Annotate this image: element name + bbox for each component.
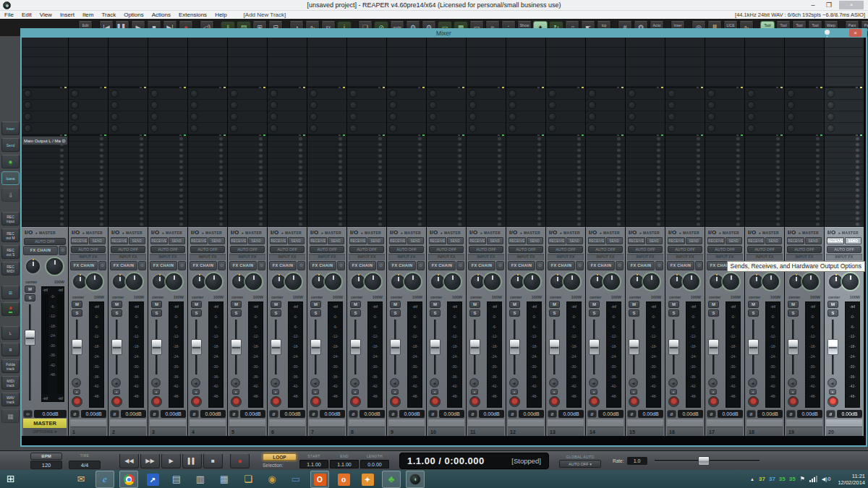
volume-readout[interactable]: 0.00dB	[598, 410, 624, 418]
add-fx-button[interactable]: +	[391, 389, 399, 395]
width-knob[interactable]	[365, 273, 381, 290]
param-knob-row[interactable]	[22, 88, 68, 100]
fx-bypass-button[interactable]: ⊙	[138, 261, 146, 270]
mute-button[interactable]: M	[708, 301, 719, 308]
orange-o-small-icon[interactable]: o	[335, 471, 352, 487]
fx-chain-button[interactable]: FX CHAIN	[229, 261, 257, 270]
level-meter[interactable]: -inf-0--6--12--18--24--30--36--42--48-	[328, 301, 343, 408]
record-arm-button[interactable]	[748, 396, 759, 407]
track-name-field[interactable]	[667, 419, 703, 427]
param-knob-row[interactable]	[307, 88, 346, 100]
fx-chain-button[interactable]: FX CHAIN	[70, 261, 98, 270]
send-slot-list[interactable]: Main Output L / Main	[22, 136, 68, 227]
fx-slot-list[interactable]	[188, 38, 227, 87]
track-name-field[interactable]	[388, 419, 425, 427]
track-number[interactable]: 16	[667, 427, 703, 436]
width-knob[interactable]	[563, 273, 580, 290]
io-button[interactable]: I/O▸MASTER	[150, 228, 186, 237]
send-slot-list[interactable]	[467, 136, 506, 227]
volume-readout[interactable]: 0.00dB	[479, 410, 504, 418]
param-knob-row[interactable]	[387, 111, 426, 123]
volume-fader[interactable]	[350, 339, 361, 355]
phase-button[interactable]: ø	[667, 410, 676, 418]
mute-button[interactable]: M	[509, 301, 520, 308]
phase-button[interactable]: ø	[110, 410, 119, 418]
io-button[interactable]: I/O▸MASTER	[309, 228, 345, 237]
fx-chain-button[interactable]: FX CHAIN	[110, 261, 137, 270]
position-display[interactable]: 1.1.00 / 0:00.000 [Stopped]	[399, 453, 549, 469]
param-knob-row[interactable]	[188, 123, 227, 134]
phase-button[interactable]: ø	[627, 410, 637, 418]
io-button[interactable]: I/O▸MASTER	[229, 228, 265, 237]
speaker-app-icon[interactable]: ◉	[263, 471, 281, 487]
record-arm-button[interactable]	[549, 396, 560, 407]
fx-slot-list[interactable]	[22, 38, 68, 87]
input-fx-button[interactable]: INPUT FX	[349, 254, 385, 260]
fx-chain-button[interactable]: FX CHAIN	[388, 261, 416, 270]
level-meter[interactable]: -inf-0--6--12--18--24--30--36--42--48-	[288, 301, 303, 408]
mute-button[interactable]: M	[111, 301, 122, 308]
send-slot-list[interactable]	[665, 136, 705, 227]
monitor-button[interactable]: ◀	[191, 378, 200, 388]
param-knob-row[interactable]	[785, 123, 824, 134]
send-button[interactable]: SEND	[726, 237, 742, 244]
width-knob[interactable]	[126, 273, 142, 290]
input-fx-button[interactable]: INPUT FX	[826, 254, 862, 260]
tray-expand-icon[interactable]: ▲	[750, 477, 754, 481]
pan-knob[interactable]	[829, 275, 843, 288]
pan-knob[interactable]	[511, 275, 524, 288]
fx-chain-button[interactable]: FX CHAIN	[667, 261, 694, 270]
io-button[interactable]: I/O▸MASTER	[428, 228, 464, 237]
add-fx-button[interactable]: +	[829, 389, 836, 395]
io-button[interactable]: I/O▸MASTER	[110, 228, 146, 237]
track-number[interactable]: 18	[746, 427, 783, 436]
right-button[interactable]: R	[1, 343, 20, 356]
send-button[interactable]: SEND	[288, 237, 305, 244]
volume-readout[interactable]: 0.00dB	[81, 410, 106, 418]
insert-button[interactable]: Inser	[1, 121, 20, 135]
send-button[interactable]: SEND	[527, 237, 543, 244]
receive-button[interactable]: RECEIVE	[469, 237, 486, 244]
send-slot-list[interactable]	[825, 136, 864, 227]
width-knob[interactable]	[205, 273, 222, 290]
auto-mode-button[interactable]: AUTO OFF	[469, 246, 503, 253]
send-slot-list[interactable]	[188, 136, 227, 227]
param-knob-row[interactable]	[148, 100, 187, 111]
minimize-button[interactable]: –	[807, 1, 819, 9]
send-button[interactable]: SEND	[686, 237, 702, 244]
param-knob-row[interactable]	[546, 100, 585, 111]
param-knob-row[interactable]	[268, 100, 307, 111]
width-knob[interactable]	[166, 273, 182, 290]
add-fx-button[interactable]: +	[471, 389, 478, 395]
send-slot-list[interactable]	[387, 136, 426, 227]
volume-readout[interactable]: 0.00dB	[797, 410, 822, 418]
record-arm-button[interactable]	[151, 396, 162, 407]
receive-button[interactable]: RECEIVE	[827, 237, 844, 244]
pan-knob[interactable]	[431, 275, 445, 288]
solo-button[interactable]: S	[827, 309, 838, 317]
pin-icon[interactable]	[825, 30, 830, 35]
param-knob-row[interactable]	[467, 100, 506, 111]
solo-button[interactable]: S	[509, 309, 520, 317]
fx-slot-list[interactable]	[785, 38, 824, 87]
level-meter[interactable]: -inf-0--6--12--18--24--30--36--42--48-	[248, 301, 263, 408]
monitor-button[interactable]: ◀	[668, 378, 678, 388]
fx-chain-button[interactable]: FX CHAIN	[587, 261, 615, 270]
phase-button[interactable]: ø	[428, 410, 438, 418]
auto-mode-button[interactable]: AUTO OFF	[24, 238, 66, 245]
record-arm-button[interactable]	[111, 396, 122, 407]
rate-field[interactable]: 1.0	[627, 457, 647, 465]
record-arm-button[interactable]	[788, 396, 799, 407]
param-knob-row[interactable]	[745, 88, 784, 100]
volume-fader[interactable]	[390, 339, 401, 355]
param-knob-row[interactable]	[825, 123, 864, 134]
monitor-button[interactable]: ◀	[788, 378, 797, 388]
io-button[interactable]: I/O▸MASTER	[627, 228, 663, 237]
menu-item-edit[interactable]: Edit	[22, 12, 32, 18]
fx-bypass-button[interactable]: ⊙	[218, 261, 226, 270]
add-fx-button[interactable]: +	[749, 389, 757, 395]
solo-button[interactable]: S	[708, 309, 719, 317]
receive-button[interactable]: RECEIVE	[668, 237, 685, 244]
volume-readout[interactable]: 0.00dB	[280, 410, 305, 418]
pan-knob[interactable]	[550, 275, 564, 288]
